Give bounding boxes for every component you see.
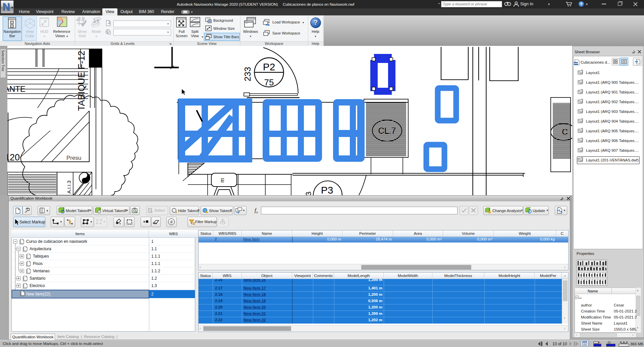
svg-text:1.1.2: 1.1.2 xyxy=(151,269,160,273)
svg-text:1.1.1: 1.1.1 xyxy=(151,261,160,266)
svg-text:Electrico: Electrico xyxy=(30,283,45,288)
svg-text:1.1: 1.1 xyxy=(151,247,157,251)
svg-text:233: 233 xyxy=(243,67,253,81)
svg-text:A.I.I.3: A.I.I.3 xyxy=(66,181,72,194)
svg-text:CL.7: CL.7 xyxy=(378,126,396,135)
svg-text:P3: P3 xyxy=(321,185,333,195)
svg-text:Sanitario: Sanitario xyxy=(30,276,46,281)
svg-text:1.2: 1.2 xyxy=(151,276,157,281)
svg-text:3: 3 xyxy=(304,191,313,195)
svg-text:120: 120 xyxy=(7,152,20,162)
svg-text:1: 1 xyxy=(151,239,154,244)
svg-text:ANTE: ANTE xyxy=(7,84,25,93)
svg-text:P2: P2 xyxy=(263,61,275,72)
svg-text:TABIQUE F-12: TABIQUE F-12 xyxy=(76,51,87,111)
svg-text:Presu: Presu xyxy=(66,155,81,161)
svg-text:Tabiques: Tabiques xyxy=(33,254,49,259)
svg-text:New Item(22): New Item(22) xyxy=(26,292,50,296)
svg-text:m: m xyxy=(219,178,225,183)
svg-text:Pisos: Pisos xyxy=(33,261,43,266)
svg-text:Arquitectura: Arquitectura xyxy=(30,247,51,251)
svg-text:NWF: NWF xyxy=(574,62,578,65)
svg-text:Curso de cubicacion en naviswo: Curso de cubicacion en naviswork xyxy=(26,239,88,244)
svg-text:Ventanas: Ventanas xyxy=(33,269,50,273)
svg-text:1.1.1: 1.1.1 xyxy=(151,254,160,259)
svg-text:1.3: 1.3 xyxy=(151,283,157,288)
svg-text:C: C xyxy=(562,127,568,136)
svg-text:2: 2 xyxy=(151,292,154,296)
svg-text:75: 75 xyxy=(264,77,274,87)
